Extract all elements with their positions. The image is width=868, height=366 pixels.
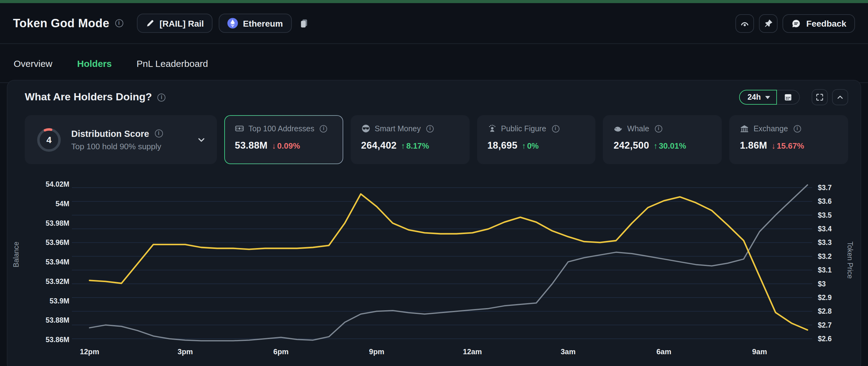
svg-text:9pm: 9pm — [369, 347, 384, 356]
svg-text:3pm: 3pm — [178, 347, 193, 356]
fullscreen-icon — [815, 93, 824, 102]
panel-header: What Are Holders Doing? 24h — [25, 88, 848, 106]
gauge-icon — [740, 18, 750, 28]
stat-card-whale[interactable]: Whale 242,500 ↑30.01% — [603, 115, 722, 164]
svg-text:$3.4: $3.4 — [818, 225, 832, 233]
exchange-bank-icon — [740, 124, 749, 133]
distribution-gauge: 4 — [35, 126, 63, 153]
token-name: [RAIL] Rail — [159, 18, 204, 28]
panel-title: What Are Holders Doing? — [25, 91, 152, 103]
chevron-down-icon[interactable] — [196, 135, 206, 144]
feedback-bubble-icon — [792, 18, 801, 28]
svg-text:$2.7: $2.7 — [818, 321, 832, 329]
stat-delta: ↑8.17% — [401, 141, 429, 151]
pin-button[interactable] — [759, 14, 778, 33]
tab-bar: Overview Holders PnL Leaderboard — [0, 44, 868, 83]
svg-text:53.98M: 53.98M — [45, 219, 69, 227]
chevron-down-icon — [765, 96, 770, 99]
distribution-subtitle: Top 100 hold 90% supply — [71, 141, 185, 151]
svg-text:$2.8: $2.8 — [818, 307, 832, 315]
stat-card-exchange[interactable]: Exchange 1.86M ↓15.67% — [729, 115, 848, 164]
svg-text:12pm: 12pm — [80, 347, 99, 356]
stat-value: 1.86M — [740, 140, 767, 151]
info-icon — [115, 19, 123, 27]
info-icon — [320, 125, 328, 132]
watchlist-button[interactable] — [736, 14, 754, 33]
stat-delta: ↓0.09% — [272, 141, 300, 151]
stat-label: Exchange — [753, 124, 788, 133]
pin-icon — [764, 19, 773, 28]
stat-delta: ↓15.67% — [772, 141, 804, 151]
info-icon — [426, 125, 434, 132]
info-icon — [158, 93, 166, 101]
svg-text:54.02M: 54.02M — [45, 180, 69, 188]
ethereum-icon — [227, 18, 238, 29]
stat-value: 18,695 — [487, 140, 517, 151]
timeframe-dropdown[interactable]: 24h — [739, 90, 777, 105]
svg-text:$2.6: $2.6 — [818, 335, 832, 343]
stat-value: 53.88M — [235, 140, 268, 151]
svg-text:$3.7: $3.7 — [818, 184, 832, 192]
svg-text:53.88M: 53.88M — [45, 316, 69, 324]
holders-panel: 54.02M54M53.98M53.96M53.94M53.92M53.9M53… — [7, 80, 861, 366]
smart-money-icon — [361, 124, 371, 133]
svg-text:$3: $3 — [818, 280, 826, 288]
svg-text:$3.3: $3.3 — [818, 238, 832, 246]
timeframe-control: 24h — [739, 90, 800, 105]
collapse-button[interactable] — [832, 89, 848, 105]
pencil-icon — [145, 19, 155, 28]
svg-text:Balance: Balance — [12, 241, 20, 267]
timeframe-value: 24h — [747, 93, 761, 102]
page-title: Token God Mode — [13, 16, 110, 30]
banknote-icon — [235, 124, 244, 133]
whale-icon — [614, 124, 623, 133]
svg-text:53.96M: 53.96M — [45, 238, 69, 246]
public-figure-icon — [487, 124, 497, 133]
tab-holders[interactable]: Holders — [77, 44, 112, 82]
stat-label: Public Figure — [501, 124, 546, 133]
stat-label: Whale — [627, 124, 649, 133]
calendar-button[interactable] — [777, 90, 800, 105]
distribution-score-card[interactable]: 4 Distribution Score Top 100 hold 90% su… — [25, 115, 217, 164]
stat-delta: ↑0% — [522, 141, 539, 151]
svg-text:$3.2: $3.2 — [818, 252, 832, 260]
stat-value: 264,402 — [361, 140, 397, 151]
stat-card-top-100-addresses[interactable]: Top 100 Addresses 53.88M ↓0.09% — [224, 115, 343, 164]
info-icon — [794, 125, 801, 132]
stat-label: Smart Money — [375, 124, 421, 133]
stat-card-public-figure[interactable]: Public Figure 18,695 ↑0% — [477, 115, 596, 164]
chain-name: Ethereum — [243, 18, 283, 28]
feedback-button[interactable]: Feedback — [783, 14, 855, 33]
svg-text:$2.9: $2.9 — [818, 294, 832, 302]
stat-value: 242,500 — [614, 140, 649, 151]
page-header: Token God Mode [RAIL] Rail Ethereum — [0, 3, 868, 44]
distribution-title: Distribution Score — [71, 129, 149, 138]
svg-text:9am: 9am — [752, 347, 767, 356]
distribution-score-value: 4 — [35, 126, 63, 153]
stat-cards-row: 4 Distribution Score Top 100 hold 90% su… — [25, 115, 848, 164]
stat-delta: ↑30.01% — [654, 141, 686, 151]
copy-icon[interactable] — [299, 19, 308, 28]
svg-text:6pm: 6pm — [273, 347, 288, 356]
svg-text:53.9M: 53.9M — [50, 297, 69, 305]
tab-overview[interactable]: Overview — [13, 44, 52, 82]
stat-card-smart-money[interactable]: Smart Money 264,402 ↑8.17% — [351, 115, 470, 164]
info-icon — [552, 125, 559, 132]
svg-text:$3.1: $3.1 — [818, 266, 832, 274]
svg-text:$3.6: $3.6 — [818, 197, 832, 205]
feedback-label: Feedback — [806, 18, 846, 28]
token-select-button[interactable]: [RAIL] Rail — [136, 13, 213, 33]
svg-text:3am: 3am — [561, 347, 576, 356]
info-icon — [655, 125, 662, 132]
info-icon — [155, 129, 163, 137]
svg-text:53.94M: 53.94M — [45, 258, 69, 266]
svg-text:12am: 12am — [463, 347, 482, 356]
svg-text:$3.5: $3.5 — [818, 211, 832, 219]
chain-select-button[interactable]: Ethereum — [219, 13, 291, 33]
svg-text:Token Price: Token Price — [846, 241, 854, 279]
stat-label: Top 100 Addresses — [248, 124, 314, 133]
calendar-icon — [784, 93, 793, 102]
fullscreen-button[interactable] — [812, 89, 828, 105]
svg-text:53.86M: 53.86M — [45, 336, 69, 344]
tab-pnl-leaderboard[interactable]: PnL Leaderboard — [136, 44, 208, 82]
